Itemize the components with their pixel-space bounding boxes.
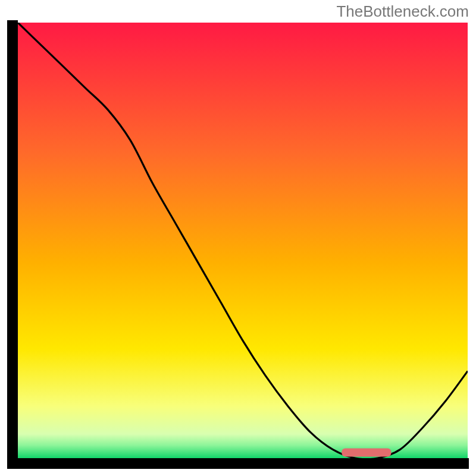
bottleneck-chart bbox=[0, 0, 476, 476]
axis-frame bbox=[7, 458, 469, 469]
chart-container: { "watermark": "TheBottleneck.com", "cha… bbox=[0, 0, 476, 476]
watermark-text: TheBottleneck.com bbox=[336, 2, 469, 21]
axis-frame bbox=[7, 20, 18, 469]
optimal-zone-marker bbox=[342, 448, 391, 456]
